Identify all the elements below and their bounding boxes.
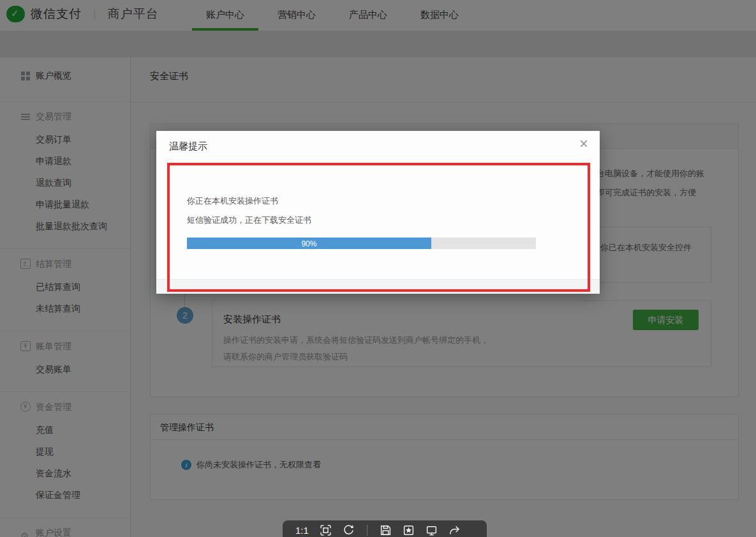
dialog-title: 温馨提示 (169, 140, 207, 153)
favorite-icon[interactable] (403, 524, 415, 536)
fit-screen-icon[interactable] (320, 524, 332, 536)
actual-size-button[interactable]: 1:1 (295, 524, 309, 537)
toolbar-divider (367, 525, 367, 536)
dialog-message-line1: 你正在本机安装操作证书 (187, 195, 278, 207)
close-icon[interactable]: × (579, 136, 588, 151)
set-screen-icon[interactable] (426, 524, 438, 536)
save-icon[interactable] (380, 524, 392, 536)
dialog-message-line2: 短信验证成功，正在下载安全证书 (187, 215, 311, 226)
dialog-footer (156, 279, 600, 294)
app-root: 微信支付 ｜ 商户平台 账户中心营销中心产品中心数据中心 账户概览交易管理交易订… (0, 0, 756, 537)
rotate-icon[interactable] (343, 524, 355, 536)
notice-dialog: 温馨提示 × 你正在本机安装操作证书 短信验证成功，正在下载安全证书 90% (156, 131, 600, 294)
progress-bar: 90% (187, 238, 536, 249)
image-viewer-toolbar: 1:1 (283, 520, 487, 537)
progress-fill: 90% (187, 238, 431, 249)
share-icon[interactable] (448, 524, 461, 536)
progress-percent-label: 90% (301, 239, 316, 248)
